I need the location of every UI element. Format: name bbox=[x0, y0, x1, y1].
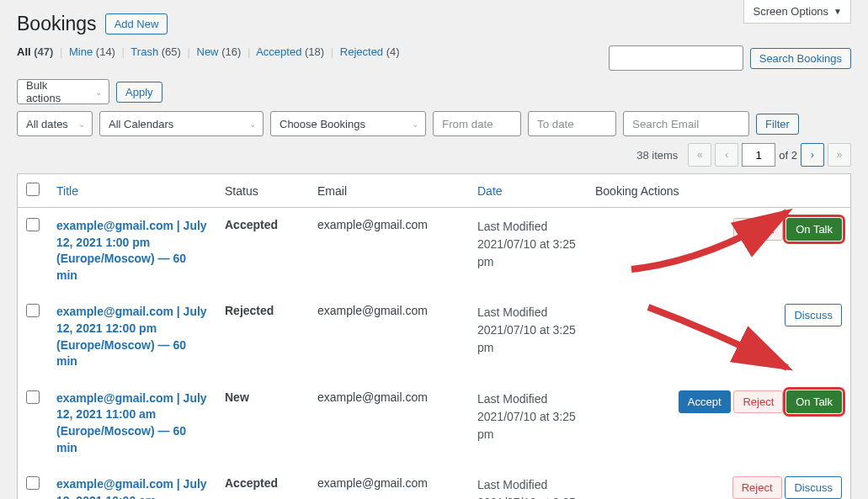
row-checkbox[interactable] bbox=[26, 390, 40, 404]
email-cell: example@gmail.com bbox=[309, 294, 469, 380]
status-cell: New bbox=[216, 380, 309, 466]
bookings-table: Title Status Email Date Booking Actions … bbox=[17, 173, 851, 499]
screen-options-toggle[interactable]: Screen Options ▼ bbox=[743, 0, 851, 24]
next-page-button[interactable]: › bbox=[801, 143, 824, 167]
from-date-input[interactable] bbox=[433, 111, 521, 136]
booking-title-link[interactable]: example@gmail.com | July 12, 2021 12:00 … bbox=[56, 304, 208, 369]
row-checkbox[interactable] bbox=[26, 218, 40, 231]
filter-all[interactable]: All (47) bbox=[17, 45, 53, 58]
actions-cell: Discuss bbox=[587, 294, 850, 380]
add-new-button[interactable]: Add New bbox=[105, 13, 168, 35]
table-row: example@gmail.com | July 12, 2021 12:00 … bbox=[18, 294, 850, 380]
actions-cell: Accept Reject On Talk bbox=[587, 380, 850, 466]
booking-title-link[interactable]: example@gmail.com | July 12, 2021 10:00 … bbox=[56, 476, 208, 499]
chevron-down-icon: ▼ bbox=[833, 7, 842, 16]
page-of-label: of 2 bbox=[779, 149, 797, 162]
to-date-input[interactable] bbox=[528, 111, 616, 136]
discuss-button[interactable]: Discuss bbox=[785, 476, 842, 499]
select-all-checkbox[interactable] bbox=[26, 183, 40, 196]
last-page-button[interactable]: » bbox=[828, 143, 851, 167]
status-cell: Rejected bbox=[216, 294, 309, 380]
booking-title-link[interactable]: example@gmail.com | July 12, 2021 1:00 p… bbox=[56, 218, 208, 284]
status-cell: Accepted bbox=[216, 466, 309, 499]
filter-accepted[interactable]: Accepted (18) bbox=[256, 45, 324, 58]
first-page-button[interactable]: « bbox=[688, 143, 711, 167]
reject-button[interactable]: Reject bbox=[733, 390, 783, 413]
status-filter-links: All (47) | Mine (14) | Trash (65) | New … bbox=[17, 45, 400, 58]
current-page-input[interactable] bbox=[742, 143, 775, 167]
actions-cell: Reject On Talk bbox=[587, 208, 850, 294]
filter-trash[interactable]: Trash (65) bbox=[130, 45, 181, 58]
search-email-input[interactable] bbox=[623, 111, 749, 136]
booking-title-link[interactable]: example@gmail.com | July 12, 2021 11:00 … bbox=[56, 390, 208, 456]
col-title[interactable]: Title bbox=[56, 184, 78, 198]
row-checkbox[interactable] bbox=[26, 476, 40, 490]
ontalk-button[interactable]: On Talk bbox=[786, 218, 842, 241]
actions-cell: Reject Discuss bbox=[587, 466, 850, 499]
email-cell: example@gmail.com bbox=[309, 208, 469, 294]
filter-new[interactable]: New (16) bbox=[197, 45, 242, 58]
col-status: Status bbox=[216, 174, 309, 208]
calendars-select[interactable]: All Calendars⌄ bbox=[99, 111, 264, 136]
filter-rejected[interactable]: Rejected (4) bbox=[340, 45, 400, 58]
accept-button[interactable]: Accept bbox=[679, 390, 731, 413]
reject-button[interactable]: Reject bbox=[732, 476, 782, 499]
search-button[interactable]: Search Bookings bbox=[750, 48, 851, 69]
table-row: example@gmail.com | July 12, 2021 10:00 … bbox=[18, 466, 850, 499]
reject-button[interactable]: Reject bbox=[733, 218, 783, 241]
chevron-down-icon: ⌄ bbox=[412, 119, 418, 129]
col-actions: Booking Actions bbox=[587, 174, 850, 208]
bookings-select[interactable]: Choose Bookings⌄ bbox=[270, 111, 426, 136]
col-date[interactable]: Date bbox=[477, 184, 503, 198]
items-count: 38 items bbox=[636, 149, 678, 162]
date-cell: Last Modified2021/07/10 at 3:25 pm bbox=[469, 380, 587, 466]
date-cell: Last Modified2021/07/10 at 3:25 pm bbox=[469, 466, 587, 499]
chevron-down-icon: ⌄ bbox=[249, 119, 256, 129]
chevron-down-icon: ⌄ bbox=[78, 119, 85, 129]
email-cell: example@gmail.com bbox=[309, 466, 469, 499]
filter-mine[interactable]: Mine (14) bbox=[69, 45, 115, 58]
dates-select[interactable]: All dates⌄ bbox=[17, 111, 93, 136]
bulk-actions-select[interactable]: Bulk actions⌄ bbox=[17, 79, 109, 104]
prev-page-button[interactable]: ‹ bbox=[715, 143, 738, 167]
email-cell: example@gmail.com bbox=[309, 380, 469, 466]
status-cell: Accepted bbox=[216, 208, 309, 294]
chevron-down-icon: ⌄ bbox=[95, 88, 102, 97]
row-checkbox[interactable] bbox=[26, 304, 40, 317]
screen-options-label: Screen Options bbox=[753, 5, 828, 18]
date-cell: Last Modified2021/07/10 at 3:25 pm bbox=[469, 294, 587, 380]
ontalk-button[interactable]: On Talk bbox=[786, 390, 842, 413]
table-row: example@gmail.com | July 12, 2021 11:00 … bbox=[18, 380, 850, 466]
discuss-button[interactable]: Discuss bbox=[785, 304, 842, 326]
page-title: Bookings bbox=[17, 13, 97, 35]
col-email: Email bbox=[309, 174, 469, 208]
search-input[interactable] bbox=[609, 45, 743, 71]
date-cell: Last Modified2021/07/10 at 3:25 pm bbox=[469, 208, 587, 294]
filter-button[interactable]: Filter bbox=[756, 114, 799, 135]
pagination: 38 items « ‹ of 2 › » bbox=[17, 143, 851, 167]
table-row: example@gmail.com | July 12, 2021 1:00 p… bbox=[18, 208, 850, 294]
apply-button[interactable]: Apply bbox=[116, 82, 162, 103]
